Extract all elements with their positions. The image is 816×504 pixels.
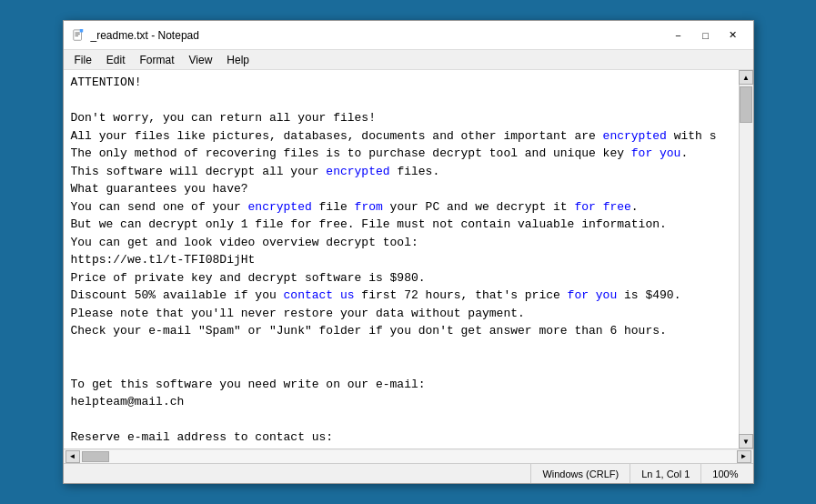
- menu-file[interactable]: File: [67, 52, 99, 68]
- app-icon: [71, 28, 86, 43]
- menu-view[interactable]: View: [182, 52, 220, 68]
- text-discount: Discount 50% available if you contact us…: [71, 288, 681, 302]
- title-bar: _readme.txt - Notepad − □ ✕: [64, 21, 753, 50]
- scroll-thumb-vertical[interactable]: [740, 86, 752, 123]
- text-line6: You can send one of your encrypted file …: [71, 200, 639, 214]
- text-price: Price of private key and decrypt softwar…: [71, 271, 426, 285]
- scroll-up-button[interactable]: ▲: [739, 70, 753, 85]
- text-check: Check your e-mail "Spam" or "Junk" folde…: [71, 324, 667, 338]
- scroll-thumb-horizontal[interactable]: [82, 451, 109, 462]
- vertical-scrollbar[interactable]: ▲ ▼: [739, 70, 753, 449]
- text-line7: But we can decrypt only 1 file for free.…: [71, 217, 667, 231]
- maximize-button[interactable]: □: [693, 26, 719, 45]
- scroll-left-button[interactable]: ◄: [65, 450, 80, 463]
- scroll-right-button[interactable]: ►: [737, 450, 751, 463]
- text-line8: You can get and look video overview decr…: [71, 236, 418, 249]
- scroll-down-button[interactable]: ▼: [739, 434, 753, 449]
- notepad-window: _readme.txt - Notepad − □ ✕ File Edit Fo…: [63, 20, 754, 484]
- status-bar: Windows (CRLF) Ln 1, Col 1 100%: [64, 463, 753, 483]
- text-line2: All your files like pictures, databases,…: [71, 129, 717, 143]
- text-line4: This software will decrypt all your encr…: [71, 165, 440, 178]
- svg-rect-1: [75, 32, 79, 33]
- text-reserve: Reserve e-mail address to contact us:: [71, 430, 334, 444]
- text-line1: Don't worry, you can return all your fil…: [71, 111, 376, 125]
- status-zoom: 100%: [700, 464, 749, 483]
- menu-bar: File Edit Format View Help: [64, 50, 753, 70]
- text-url: https://we.tl/t-TFI08DijHt: [71, 253, 256, 267]
- menu-format[interactable]: Format: [133, 52, 182, 68]
- text-line3: The only method of recovering files is t…: [71, 146, 689, 160]
- scroll-track-horizontal[interactable]: [80, 450, 737, 463]
- svg-rect-2: [75, 34, 79, 35]
- text-attention: ATTENTION!: [71, 76, 142, 89]
- window-title: _readme.txt - Notepad: [91, 29, 666, 42]
- text-note: Please note that you'll never restore yo…: [71, 307, 525, 320]
- window-controls: − □ ✕: [666, 26, 746, 45]
- text-email1: helpteam@mail.ch: [71, 395, 185, 408]
- text-line5: What guarantees you have?: [71, 182, 248, 196]
- status-encoding: Windows (CRLF): [530, 464, 630, 483]
- menu-help[interactable]: Help: [219, 52, 257, 68]
- text-email2: helpmanager@airmail.cc: [71, 449, 227, 449]
- svg-rect-3: [75, 35, 78, 36]
- menu-edit[interactable]: Edit: [99, 52, 133, 68]
- svg-rect-4: [79, 29, 83, 33]
- text-editor[interactable]: ATTENTION! Don't worry, you can return a…: [64, 70, 739, 449]
- close-button[interactable]: ✕: [720, 26, 746, 45]
- text-cursor: To get this software you need write on o…: [71, 378, 426, 391]
- status-line-col: Ln 1, Col 1: [630, 464, 700, 483]
- horizontal-scrollbar[interactable]: ◄ ►: [64, 449, 753, 463]
- content-area: ATTENTION! Don't worry, you can return a…: [64, 70, 753, 449]
- minimize-button[interactable]: −: [666, 26, 691, 45]
